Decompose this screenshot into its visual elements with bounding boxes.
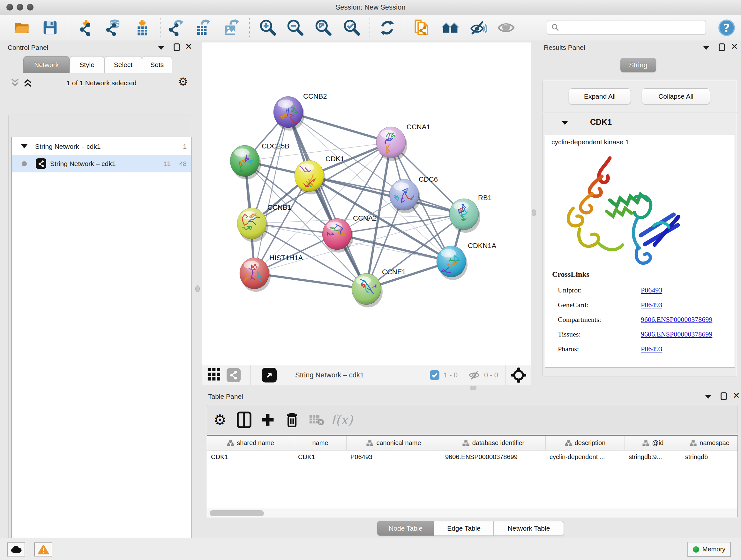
node-HIST1H1A[interactable] (240, 258, 271, 292)
export-network-icon[interactable] (166, 18, 185, 37)
search-box[interactable] (547, 20, 706, 35)
hide-selected-icon[interactable] (469, 18, 488, 37)
network-collection-row[interactable]: String Network – cdk1 1 (12, 138, 191, 155)
string-import-icon[interactable] (413, 18, 431, 37)
tab-style[interactable]: Style (70, 56, 105, 73)
tab-string[interactable]: String (620, 58, 656, 72)
zoom-selected-icon[interactable] (343, 18, 361, 37)
edge-CCNB2-CCNE1[interactable] (288, 112, 366, 289)
edge-CCNB2-HIST1H1A[interactable] (254, 112, 288, 273)
detach-view-icon[interactable] (262, 368, 277, 382)
selected-checkbox-icon[interactable] (429, 370, 440, 380)
edge-HIST1H1A-CCNE1[interactable] (254, 273, 366, 289)
network-list: String Network – cdk1 1 String Network –… (11, 137, 192, 560)
add-column-icon[interactable] (258, 410, 278, 430)
results-panel-collapse-icon[interactable] (703, 46, 709, 50)
column-header-database-identifier[interactable]: database identifier (441, 436, 546, 450)
memory-button[interactable]: Memory (687, 542, 731, 557)
control-panel-close-icon[interactable]: ✕ (185, 43, 192, 51)
network-panel-options-icon[interactable]: ⚙ (178, 75, 188, 88)
compartments-link[interactable]: 9606.ENSP00000378699 (641, 315, 712, 324)
network-canvas[interactable]: CCNB2CCNA1CDC25BCDK1CDC6RB1CCNB1CCNA2CDK… (202, 43, 531, 365)
table-options-icon[interactable]: ⚙ (210, 410, 230, 430)
expand-all-button[interactable]: Expand All (569, 88, 631, 105)
results-panel-float-icon[interactable] (719, 44, 725, 51)
help-icon[interactable]: ? (718, 18, 736, 37)
grid-view-icon[interactable] (207, 367, 221, 383)
left-splitter-handle[interactable] (195, 286, 200, 292)
collapse-all-networks-icon[interactable] (10, 77, 21, 89)
zoom-in-icon[interactable] (259, 18, 277, 37)
table-header: shared name name canonical name database… (207, 436, 738, 450)
toolbar-separator (160, 18, 160, 37)
delete-column-icon[interactable] (282, 410, 302, 430)
network-row[interactable]: String Network – cdk1 11 48 (12, 155, 191, 172)
tab-network-table[interactable]: Network Table (494, 521, 564, 536)
cell-shared-name: CDK1 (207, 450, 294, 463)
import-table-file-icon[interactable] (133, 18, 151, 37)
control-panel-float-icon[interactable] (174, 44, 180, 51)
save-session-icon[interactable] (41, 18, 59, 37)
node-RB1[interactable] (449, 199, 480, 233)
open-session-icon[interactable] (12, 18, 31, 37)
right-splitter-handle[interactable] (532, 209, 536, 216)
node-CCNB2[interactable] (273, 97, 305, 131)
pharos-link[interactable]: P06493 (641, 345, 662, 353)
column-header-name[interactable]: name (294, 436, 347, 450)
tab-select[interactable]: Select (105, 56, 142, 73)
cloud-button[interactable] (7, 543, 25, 557)
tissues-link[interactable]: 9606.ENSP00000378699 (641, 330, 712, 338)
node-CDK1[interactable] (294, 160, 326, 194)
table-panel-float-icon[interactable] (721, 392, 727, 400)
scrollbar-thumb[interactable] (210, 510, 264, 516)
show-all-icon[interactable] (497, 18, 515, 37)
column-header-namespace[interactable]: namespac (681, 436, 738, 450)
tab-node-table[interactable]: Node Table (377, 521, 434, 536)
fit-content-icon[interactable] (314, 18, 333, 37)
zoom-out-icon[interactable] (286, 18, 305, 37)
table-panel-close-icon[interactable]: ✕ (733, 392, 740, 399)
edge-CDK1-RB1[interactable] (309, 176, 464, 214)
column-header-shared-name[interactable]: shared name (207, 436, 294, 450)
node-CDC25B[interactable] (230, 145, 261, 179)
column-header-description[interactable]: description (546, 436, 625, 450)
gene-collapse-icon[interactable] (562, 121, 568, 125)
control-panel-collapse-icon[interactable] (158, 46, 164, 50)
toolbar-separator (404, 18, 404, 37)
separator (505, 365, 506, 385)
expand-all-networks-icon[interactable] (22, 77, 34, 89)
tab-network[interactable]: Network (23, 56, 70, 73)
control-panel-title: Control Panel (8, 44, 48, 51)
search-input[interactable] (559, 23, 705, 32)
network-home-icon[interactable] (441, 18, 460, 37)
tab-sets[interactable]: Sets (142, 56, 172, 73)
node-CDC6[interactable] (389, 179, 420, 213)
node-CCNE1[interactable] (352, 273, 383, 307)
collection-expand-icon[interactable] (21, 144, 27, 148)
uniprot-link[interactable]: P06493 (641, 286, 662, 294)
collapse-all-button[interactable]: Collapse All (642, 88, 710, 105)
results-panel-close-icon[interactable]: ✕ (731, 43, 738, 51)
tab-edge-table[interactable]: Edge Table (434, 521, 494, 536)
shared-column-icon (690, 439, 697, 446)
show-columns-icon[interactable] (234, 410, 254, 430)
refresh-icon[interactable] (378, 18, 396, 37)
cloud-icon (10, 545, 22, 554)
genecard-link[interactable]: P06493 (641, 301, 662, 309)
node-CDKN1A[interactable] (436, 246, 468, 280)
bottom-splitter-handle[interactable] (470, 386, 476, 390)
import-network-database-icon[interactable] (104, 18, 123, 37)
table-panel-collapse-icon[interactable] (705, 395, 711, 399)
import-network-file-icon[interactable] (77, 18, 95, 37)
birds-eye-view-icon[interactable] (511, 367, 527, 383)
selected-count: 1 - 0 (444, 371, 458, 379)
network-thumbnail-icon[interactable] (226, 368, 241, 382)
node-CCNA1[interactable] (376, 127, 407, 161)
export-table-icon[interactable] (194, 18, 212, 37)
network-status-dot (22, 161, 27, 166)
column-header-canonical-name[interactable]: canonical name (347, 436, 441, 450)
warning-button[interactable] (34, 543, 52, 557)
table-horizontal-scrollbar[interactable] (207, 509, 738, 517)
column-header-id[interactable]: @id (625, 436, 681, 450)
export-image-icon[interactable] (222, 18, 240, 37)
